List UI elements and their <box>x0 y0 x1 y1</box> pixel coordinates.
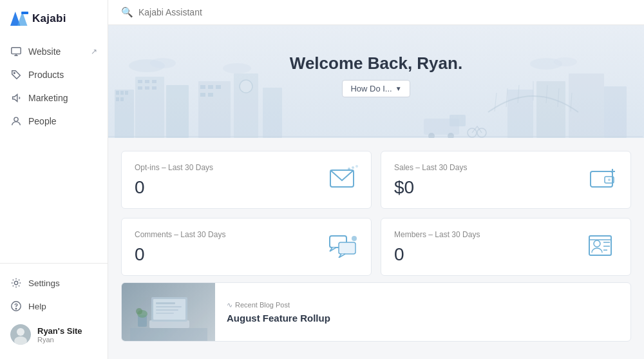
svg-rect-2 <box>21 12 28 14</box>
svg-rect-32 <box>200 85 205 89</box>
stat-card-comments: Comments – Last 30 Days 0 <box>121 218 372 276</box>
svg-rect-27 <box>138 86 142 90</box>
blog-thumbnail-illustration <box>130 283 207 341</box>
blog-tag: ∿ Recent Blog Post <box>227 301 330 309</box>
sidebar-item-settings-label: Settings <box>28 278 60 288</box>
svg-rect-83 <box>156 302 175 304</box>
sidebar-item-marketing-label: Marketing <box>28 93 68 103</box>
sidebar-item-products[interactable]: Products <box>0 63 108 86</box>
how-do-i-button[interactable]: How Do I... ▼ <box>342 80 410 97</box>
hero-banner: Welcome Back, Ryan. How Do I... ▼ <box>108 25 644 138</box>
welcome-title: Welcome Back, Ryan. <box>290 53 462 73</box>
email-icon-wrap <box>328 163 358 193</box>
members-icon <box>588 232 618 258</box>
kajabi-logo-icon <box>10 12 28 26</box>
svg-rect-19 <box>120 91 124 95</box>
svg-point-5 <box>14 117 18 121</box>
sidebar-item-help-label: Help <box>28 302 46 311</box>
external-link-icon: ↗ <box>91 47 97 56</box>
svg-rect-34 <box>216 85 221 89</box>
sidebar-item-website-label: Website <box>28 46 61 57</box>
monitor-icon <box>10 46 22 57</box>
tag-icon <box>10 69 22 81</box>
search-icon: 🔍 <box>121 6 133 18</box>
svg-point-69 <box>352 236 357 241</box>
svg-rect-33 <box>208 85 213 89</box>
svg-point-64 <box>608 179 611 181</box>
stat-label-members: Members – Last 30 Days <box>394 230 480 239</box>
rss-icon: ∿ <box>227 301 232 309</box>
svg-rect-23 <box>135 77 164 138</box>
svg-point-71 <box>594 240 600 247</box>
avatar-image <box>10 324 31 345</box>
user-site: Ryan's Site <box>37 326 82 336</box>
search-input[interactable] <box>138 7 631 17</box>
svg-point-61 <box>355 165 358 168</box>
sidebar-item-people-label: People <box>28 116 57 126</box>
person-icon <box>10 115 22 127</box>
svg-rect-3 <box>12 48 21 54</box>
wallet-icon <box>588 165 618 191</box>
email-icon <box>328 165 358 191</box>
svg-point-79 <box>136 308 142 315</box>
stats-grid: Opt-ins – Last 30 Days 0 Sales – Last 30… <box>108 138 644 282</box>
stat-info-members: Members – Last 30 Days 0 <box>394 230 480 265</box>
sidebar-user[interactable]: Ryan's Site Ryan <box>0 318 108 351</box>
user-name: Ryan <box>37 336 82 344</box>
svg-rect-29 <box>152 86 156 90</box>
svg-point-16 <box>554 57 577 66</box>
svg-point-10 <box>17 328 24 336</box>
stat-value-comments: 0 <box>135 244 225 265</box>
sidebar: Kajabi Website ↗ Products Marketing Peop… <box>0 0 108 359</box>
svg-rect-41 <box>536 81 565 138</box>
svg-rect-20 <box>125 91 128 95</box>
svg-rect-68 <box>339 242 355 254</box>
user-info: Ryan's Site Ryan <box>37 326 82 344</box>
stat-info-optins: Opt-ins – Last 30 Days 0 <box>135 163 213 198</box>
svg-rect-24 <box>138 80 142 83</box>
svg-rect-43 <box>604 86 627 138</box>
sidebar-nav: Website ↗ Products Marketing People <box>0 35 108 263</box>
svg-point-6 <box>14 281 17 284</box>
members-icon-wrap <box>588 230 618 260</box>
avatar <box>10 324 31 345</box>
stat-card-optins: Opt-ins – Last 30 Days 0 <box>121 151 372 209</box>
svg-rect-18 <box>116 91 119 95</box>
stat-value-sales: $0 <box>394 177 467 198</box>
svg-rect-36 <box>208 93 213 97</box>
svg-rect-70 <box>589 236 611 255</box>
sidebar-item-people[interactable]: People <box>0 110 108 133</box>
svg-rect-25 <box>145 80 149 83</box>
svg-point-4 <box>14 72 15 73</box>
svg-point-14 <box>223 63 251 73</box>
logo: Kajabi <box>0 0 108 35</box>
svg-rect-76 <box>130 328 207 341</box>
svg-rect-21 <box>116 97 119 101</box>
stat-value-members: 0 <box>394 244 480 265</box>
stat-info-comments: Comments – Last 30 Days 0 <box>135 230 225 265</box>
blog-info: ∿ Recent Blog Post August Feature Rollup <box>215 283 342 341</box>
svg-point-60 <box>352 166 354 169</box>
svg-rect-85 <box>156 309 178 311</box>
sidebar-bottom: Settings Help Ryan's Site Ryan <box>0 263 108 359</box>
stat-card-members: Members – Last 30 Days 0 <box>381 218 631 276</box>
sidebar-item-website[interactable]: Website ↗ <box>0 40 108 63</box>
kajabi-logo-text: Kajabi <box>32 12 66 25</box>
svg-point-13 <box>150 58 176 68</box>
svg-point-8 <box>15 308 16 309</box>
main-content: 🔍 <box>108 0 644 359</box>
sidebar-item-marketing[interactable]: Marketing <box>0 86 108 110</box>
comments-icon <box>328 232 358 258</box>
how-do-i-label: How Do I... <box>350 84 392 93</box>
svg-rect-26 <box>152 80 156 83</box>
gear-icon <box>10 277 22 289</box>
sidebar-item-settings[interactable]: Settings <box>0 271 108 295</box>
svg-rect-42 <box>569 73 604 138</box>
sidebar-item-help[interactable]: Help <box>0 295 108 318</box>
svg-rect-52 <box>450 115 466 126</box>
megaphone-icon <box>10 92 22 104</box>
svg-rect-39 <box>263 88 282 138</box>
stat-label-comments: Comments – Last 30 Days <box>135 230 225 239</box>
svg-rect-31 <box>198 81 231 138</box>
svg-line-45 <box>506 88 507 107</box>
